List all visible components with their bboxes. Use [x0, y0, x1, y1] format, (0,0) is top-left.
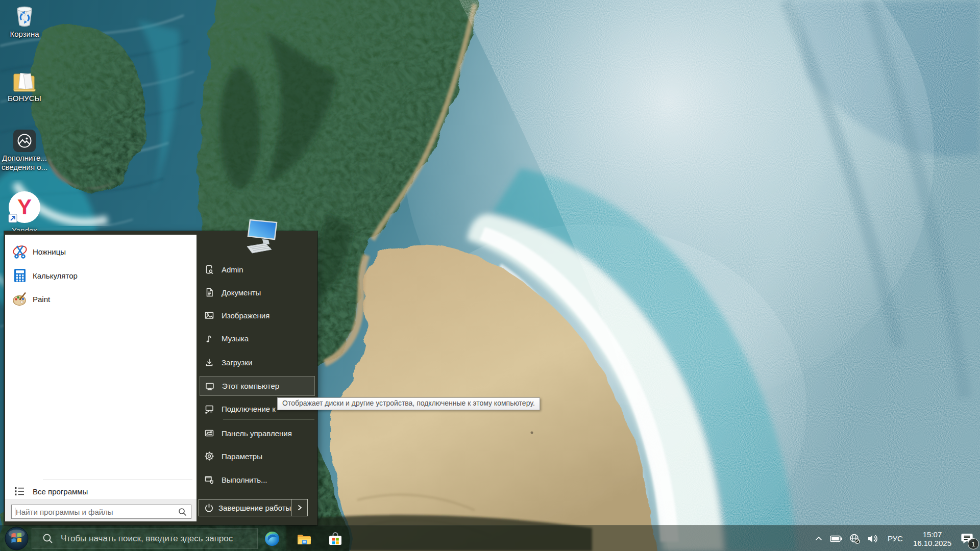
clock-date: 16.10.2025 — [913, 539, 951, 547]
folder-icon — [12, 68, 37, 92]
photos-icon — [13, 130, 36, 152]
taskbar-search[interactable]: Чтобы начать поиск, введите здесь запрос — [32, 528, 258, 549]
start-menu-item-paint[interactable]: Paint — [5, 290, 197, 308]
start-menu-item-run[interactable]: Выполнить... — [200, 470, 315, 489]
control-panel-icon — [204, 428, 214, 438]
all-programs-button[interactable]: Все программы — [5, 483, 197, 500]
start-menu-item-settings[interactable]: Параметры — [200, 447, 315, 465]
desktop-icon-photos-info[interactable]: Дополните... сведения о... — [0, 130, 49, 172]
start-button[interactable] — [5, 527, 29, 550]
download-arrow-icon — [204, 357, 214, 367]
desktop-icon-label: сведения о... — [0, 163, 49, 172]
computer-monitor-icon — [205, 381, 215, 391]
search-icon — [42, 533, 54, 544]
windows-orb-icon — [5, 527, 29, 550]
file-explorer-icon — [297, 531, 312, 546]
network-indicator[interactable] — [846, 525, 864, 551]
calculator-icon — [12, 268, 28, 283]
taskbar-search-placeholder: Чтобы начать поиск, введите здесь запрос — [61, 534, 233, 544]
remote-connection-icon — [204, 404, 214, 414]
gear-icon — [204, 451, 214, 461]
microsoft-store-icon — [328, 531, 343, 546]
scissors-icon — [12, 244, 28, 259]
battery-icon — [830, 533, 843, 544]
music-note-icon — [204, 333, 214, 343]
all-programs-label: Все программы — [33, 487, 88, 496]
desktop-icon-yandex[interactable]: Y Yandex — [0, 191, 49, 235]
action-center-button[interactable]: 1 — [957, 525, 977, 551]
start-menu-item-label: Paint — [33, 295, 50, 304]
start-menu-item-label: Калькулятор — [33, 271, 78, 280]
taskbar: Чтобы начать поиск, введите здесь запрос — [0, 525, 980, 551]
desktop-icon-label: Дополните... — [0, 154, 49, 163]
taskbar-clock[interactable]: 15:07 16.10.2025 — [908, 530, 957, 547]
start-menu-item-label: Панель управления — [222, 429, 292, 438]
show-hidden-icons-button[interactable] — [811, 525, 827, 551]
microsoft-edge-icon — [264, 531, 280, 546]
start-menu-item-label: Выполнить... — [222, 475, 267, 484]
paint-palette-icon — [12, 291, 28, 307]
system-tray: РУС 15:07 16.10.2025 1 — [811, 525, 980, 551]
start-menu-item-this-pc[interactable]: Этот компьютер — [200, 376, 315, 396]
taskbar-edge-button[interactable] — [264, 531, 280, 547]
globe-no-internet-icon — [849, 533, 861, 544]
tooltip: Отображает диски и другие устройства, по… — [277, 397, 540, 410]
start-menu-item-label: Этот компьютер — [222, 382, 279, 390]
notification-badge: 1 — [968, 538, 979, 549]
search-strip — [5, 499, 197, 521]
start-menu: Ножницы Калькулятор — [4, 231, 317, 525]
language-indicator[interactable]: РУС — [883, 534, 908, 543]
start-menu-item-label: Admin — [222, 265, 243, 274]
recycle-bin-icon — [12, 3, 37, 28]
shutdown-button[interactable]: Завершение работы — [199, 499, 308, 516]
start-menu-search-input[interactable] — [12, 508, 178, 516]
start-menu-item-admin[interactable]: Admin — [200, 260, 315, 279]
chevron-up-icon — [814, 534, 824, 544]
search-icon — [178, 508, 187, 516]
picture-icon — [204, 310, 214, 320]
start-menu-item-label: Документы — [222, 288, 261, 297]
start-menu-item-control-panel[interactable]: Панель управления — [200, 424, 315, 442]
start-menu-item-documents[interactable]: Документы — [200, 283, 315, 302]
power-icon — [204, 503, 214, 513]
volume-icon — [867, 533, 879, 544]
taskbar-store-button[interactable] — [327, 531, 344, 547]
taskbar-file-explorer-button[interactable] — [296, 531, 312, 547]
clock-time: 15:07 — [913, 530, 951, 539]
desktop-icon-label: БОНУСЫ — [0, 94, 49, 103]
start-menu-right-panel: Admin Документы Изображения — [197, 231, 317, 525]
yandex-browser-icon: Y — [8, 191, 41, 224]
volume-indicator[interactable] — [864, 525, 883, 551]
start-menu-item-pictures[interactable]: Изображения — [200, 306, 315, 324]
shutdown-label: Завершение работы — [218, 504, 291, 512]
start-menu-search-box[interactable] — [11, 505, 191, 519]
chevron-right-icon — [296, 504, 303, 511]
computer-illustration-icon — [247, 218, 280, 256]
shutdown-options-arrow-button[interactable] — [291, 499, 307, 516]
shortcut-arrow-icon — [9, 214, 17, 222]
svg-text:Y: Y — [17, 195, 32, 219]
start-menu-item-music[interactable]: Музыка — [200, 329, 315, 347]
program-list-icon — [14, 486, 24, 496]
start-menu-item-label: Загрузки — [222, 358, 252, 367]
start-menu-item-label: Параметры — [222, 452, 262, 461]
document-icon — [204, 287, 214, 297]
start-menu-item-label: Музыка — [222, 334, 249, 343]
user-badge-icon — [204, 264, 214, 274]
start-menu-item-label: Изображения — [222, 311, 270, 320]
start-menu-item-label: Ножницы — [33, 247, 66, 256]
start-menu-item-label: Подключение к — [222, 405, 276, 413]
desktop-icon-recycle-bin[interactable]: Корзина — [0, 3, 49, 39]
desktop: Корзина БОНУСЫ Дополните... сведения о..… — [0, 0, 980, 551]
start-menu-item-downloads[interactable]: Загрузки — [200, 353, 315, 371]
run-window-icon — [204, 474, 214, 485]
start-menu-left-panel: Ножницы Калькулятор — [5, 235, 197, 521]
text-caret — [15, 508, 15, 516]
desktop-icon-label: Корзина — [0, 30, 49, 39]
start-menu-item-snipping-tool[interactable]: Ножницы — [5, 242, 197, 261]
divider — [223, 419, 314, 420]
battery-indicator[interactable] — [827, 525, 846, 551]
divider — [43, 480, 192, 480]
start-menu-item-calculator[interactable]: Калькулятор — [5, 266, 197, 285]
desktop-icon-folder-bonus[interactable]: БОНУСЫ — [0, 68, 49, 103]
